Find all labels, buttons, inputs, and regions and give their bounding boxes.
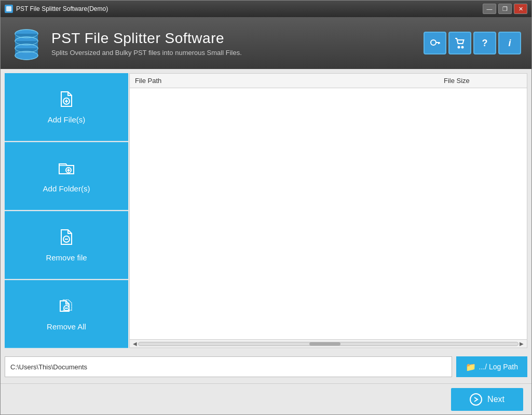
next-button-label: Next [487, 395, 504, 404]
header-action-buttons: ? i [424, 32, 521, 54]
header-title-area: PST File Splitter Software Splits Oversi… [51, 30, 242, 57]
svg-point-17 [462, 47, 463, 48]
add-files-label: Add File(s) [48, 115, 86, 124]
content-row: Add File(s) Add Folder(s) [5, 73, 527, 348]
add-folder-button[interactable]: Add Folder(s) [5, 142, 128, 210]
app-title: PST File Splitter Software [51, 30, 242, 47]
footer: Next [1, 383, 531, 414]
table-body[interactable] [130, 88, 527, 339]
next-button-icon [470, 393, 482, 406]
main-window: PST File Splitter Software(Demo) — ❐ ✕ [0, 0, 532, 415]
title-bar-left: PST File Splitter Software(Demo) [5, 5, 108, 13]
svg-point-16 [458, 47, 460, 48]
svg-rect-0 [6, 6, 11, 11]
horizontal-scrollbar[interactable]: ◀ ▶ [130, 339, 527, 348]
log-path-button[interactable]: 📁 .../ Log Path [456, 356, 528, 377]
remove-file-button[interactable]: Remove file [5, 211, 128, 279]
scroll-right-arrow[interactable]: ▶ [519, 341, 525, 347]
info-icon: i [508, 38, 511, 49]
main-content: Add File(s) Add Folder(s) [1, 69, 531, 383]
table-header: File Path File Size [130, 74, 527, 88]
file-table: File Path File Size ◀ ▶ [129, 73, 527, 348]
cart-button[interactable] [448, 32, 471, 54]
app-header: PST File Splitter Software Splits Oversi… [1, 17, 531, 69]
header-left: PST File Splitter Software Splits Oversi… [11, 26, 242, 60]
remove-all-label: Remove All [47, 322, 86, 331]
close-button[interactable]: ✕ [514, 4, 527, 14]
app-logo [11, 26, 42, 60]
restore-button[interactable]: ❐ [498, 4, 512, 14]
path-input[interactable] [5, 356, 452, 377]
log-path-label: .../ Log Path [479, 363, 519, 371]
bottom-bar: 📁 .../ Log Path [5, 352, 527, 379]
help-icon: ? [482, 38, 488, 49]
app-icon [5, 5, 13, 13]
window-controls: — ❐ ✕ [483, 4, 527, 14]
sidebar: Add File(s) Add Folder(s) [5, 73, 128, 348]
minimize-button[interactable]: — [483, 4, 496, 14]
col-path-header: File Path [135, 77, 444, 85]
window-title: PST File Splitter Software(Demo) [16, 5, 108, 12]
log-path-icon: 📁 [466, 362, 476, 372]
add-folder-label: Add Folder(s) [43, 184, 90, 193]
add-files-icon [57, 90, 76, 111]
key-button[interactable] [424, 32, 446, 54]
help-button[interactable]: ? [473, 32, 496, 54]
svg-point-12 [431, 40, 436, 45]
col-size-header: File Size [444, 77, 522, 85]
remove-all-button[interactable]: Remove All [5, 280, 128, 348]
info-button[interactable]: i [498, 32, 521, 54]
remove-all-icon [57, 297, 76, 318]
remove-file-label: Remove file [46, 253, 87, 262]
add-files-button[interactable]: Add File(s) [5, 73, 128, 141]
scrollbar-track[interactable] [138, 342, 519, 346]
scrollbar-thumb[interactable] [309, 342, 340, 345]
title-bar: PST File Splitter Software(Demo) — ❐ ✕ [1, 1, 531, 17]
scroll-left-arrow[interactable]: ◀ [132, 341, 138, 347]
app-subtitle: Splits Oversized and Bulky PST files int… [51, 49, 242, 57]
next-button[interactable]: Next [451, 388, 523, 411]
add-folder-icon [57, 159, 76, 180]
remove-file-icon [57, 228, 76, 249]
